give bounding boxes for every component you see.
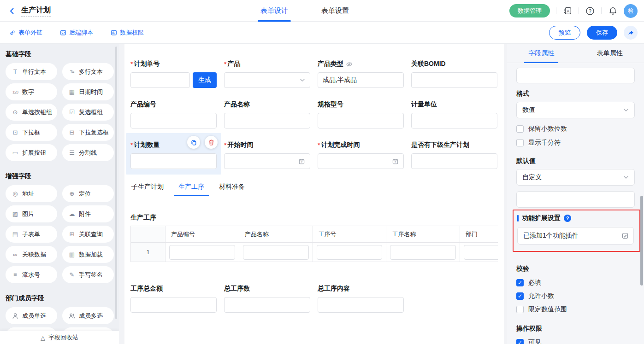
field-item-number[interactable]: 123数字 bbox=[6, 83, 57, 100]
field-unit[interactable]: 计量单位 bbox=[411, 100, 497, 128]
field-item-select[interactable]: ⊡下拉框 bbox=[6, 124, 57, 141]
extension-status-box[interactable]: 已添加1个功能插件 bbox=[517, 227, 634, 245]
cell-input-product-code[interactable] bbox=[169, 245, 235, 260]
checkbox-required[interactable]: ✓ 必填 bbox=[516, 279, 635, 287]
chevron-down-icon bbox=[623, 108, 629, 112]
tab-field-properties[interactable]: 字段属性 bbox=[507, 44, 576, 63]
field-item-datetime[interactable]: ▦日期时间 bbox=[62, 83, 114, 100]
checkbox-visible[interactable]: ✓ 可见 bbox=[516, 338, 635, 344]
start-time-input[interactable]: 7 bbox=[224, 153, 310, 169]
plan-qty-input[interactable] bbox=[130, 153, 217, 169]
help-icon[interactable]: ? bbox=[585, 6, 595, 16]
backend-script-action[interactable]: 后端脚本 bbox=[60, 29, 93, 37]
product-code-input[interactable] bbox=[130, 113, 217, 128]
field-bom-id[interactable]: 关联BOMID bbox=[411, 59, 497, 88]
field-item-member-multi[interactable]: 成员多选 bbox=[62, 307, 114, 324]
unit-input[interactable] bbox=[411, 113, 497, 128]
delete-field-button[interactable] bbox=[205, 136, 218, 149]
tab-form-properties[interactable]: 表单属性 bbox=[576, 44, 644, 63]
field-finish-time[interactable]: *计划完成时间 7 bbox=[318, 140, 404, 169]
field-item-location[interactable]: ⊕定位 bbox=[62, 185, 114, 202]
plan-no-input[interactable] bbox=[130, 72, 190, 88]
tab-production-process[interactable]: 生产工序 bbox=[177, 183, 205, 196]
field-item-signature[interactable]: ✎手写签名 bbox=[62, 266, 114, 283]
total-amount-input[interactable] bbox=[130, 297, 217, 313]
field-item-multi-select[interactable]: ⊟下拉复选框 bbox=[62, 124, 114, 141]
field-plan-qty-selected[interactable]: *计划数量 bbox=[130, 140, 217, 169]
field-item-radio-group[interactable]: ⊙单选按钮组 bbox=[6, 104, 57, 121]
total-content-input[interactable] bbox=[318, 297, 404, 313]
checkbox-limit-range[interactable]: ✓ 限定数值范围 bbox=[516, 305, 635, 314]
field-item-checkbox-group[interactable]: ☑复选框组 bbox=[62, 104, 114, 121]
recycle-bin-label: 字段回收站 bbox=[48, 333, 78, 342]
field-product-code[interactable]: 产品编号 bbox=[130, 100, 217, 128]
data-manage-button[interactable]: 数据管理 bbox=[509, 4, 550, 17]
bell-icon[interactable] bbox=[608, 6, 618, 16]
contact-book-icon[interactable]: A bbox=[562, 6, 573, 16]
save-button[interactable]: 保存 bbox=[587, 26, 617, 40]
field-item-multi-text[interactable]: T≡多行文本 bbox=[62, 63, 114, 80]
product-name-input[interactable] bbox=[224, 113, 310, 128]
field-total-amount[interactable]: 工序总金额 bbox=[130, 284, 217, 313]
format-select[interactable]: 数值 bbox=[516, 102, 635, 118]
cell-input-product-name[interactable] bbox=[243, 245, 309, 260]
back-button[interactable] bbox=[7, 6, 17, 16]
field-spec-model[interactable]: 规格型号 bbox=[318, 100, 404, 128]
checkbox-label: 限定数值范围 bbox=[528, 305, 567, 314]
field-item-image[interactable]: ▨图片 bbox=[6, 205, 57, 222]
field-product-name[interactable]: 产品名称 bbox=[224, 100, 310, 128]
field-start-time[interactable]: *开始时间 7 bbox=[224, 140, 310, 169]
checkbox-thousand-separator[interactable]: ✓ 显示千分符 bbox=[516, 139, 635, 147]
share-button[interactable] bbox=[624, 26, 638, 40]
field-has-sub-plan[interactable]: 是否有下级生产计划 bbox=[411, 140, 497, 169]
tab-material-preparation[interactable]: 材料准备 bbox=[218, 183, 246, 196]
field-total-content[interactable]: 总工序内容 bbox=[318, 284, 404, 313]
tab-sub-production-plan[interactable]: 子生产计划 bbox=[130, 183, 165, 196]
field-item-extend-button[interactable]: ▭扩展按钮 bbox=[6, 144, 57, 161]
product-select[interactable] bbox=[224, 72, 310, 88]
sidebar-scrollbar[interactable] bbox=[115, 47, 117, 319]
field-recycle-bin[interactable]: △ 字段回收站 bbox=[0, 331, 119, 344]
field-item-serial-number[interactable]: ≡流水号 bbox=[6, 266, 57, 283]
field-product[interactable]: *产品 bbox=[224, 59, 310, 88]
tab-form-design[interactable]: 表单设计 bbox=[260, 0, 288, 22]
cell-input-process-no[interactable] bbox=[317, 245, 383, 260]
field-item-linked-query[interactable]: ⊞关联查询 bbox=[62, 226, 114, 243]
generate-button[interactable]: 生成 bbox=[193, 72, 217, 88]
field-item-member-single[interactable]: 成员单选 bbox=[6, 307, 57, 324]
preview-button[interactable]: 预览 bbox=[549, 26, 580, 40]
duplicate-field-button[interactable] bbox=[187, 136, 200, 149]
edit-extension-button[interactable] bbox=[621, 232, 629, 239]
field-item-linked-data[interactable]: ∞关联数据 bbox=[6, 246, 57, 263]
has-sub-plan-input[interactable] bbox=[411, 153, 497, 169]
field-name-input[interactable] bbox=[516, 68, 635, 83]
field-item-subform[interactable]: ▤子表单 bbox=[6, 226, 57, 243]
field-product-type[interactable]: 产品类型 成品,半成品 bbox=[318, 59, 404, 88]
external-link-action[interactable]: 表单外链 bbox=[9, 29, 42, 37]
finish-time-input[interactable]: 7 bbox=[318, 153, 404, 169]
field-item-data-load[interactable]: ▥数据加载 bbox=[62, 246, 114, 263]
cell-input-department[interactable] bbox=[464, 245, 498, 260]
field-total-count[interactable]: 总工序数 bbox=[224, 284, 310, 313]
default-custom-value-input[interactable] bbox=[516, 191, 635, 208]
form-title[interactable]: 生产计划 bbox=[21, 6, 51, 17]
total-count-input[interactable] bbox=[224, 297, 310, 313]
spec-model-input[interactable] bbox=[318, 113, 404, 128]
panel-scrollbar[interactable] bbox=[640, 196, 643, 286]
selected-field-highlight[interactable]: *计划数量 bbox=[126, 133, 221, 175]
data-permission-action[interactable]: 数据权限 bbox=[111, 29, 144, 37]
user-avatar[interactable]: 检 bbox=[624, 4, 638, 18]
product-type-input[interactable]: 成品,半成品 bbox=[318, 72, 404, 88]
default-value-select[interactable]: 自定义 bbox=[516, 169, 635, 186]
field-item-attachment[interactable]: ☁附件 bbox=[62, 205, 114, 222]
bom-id-input[interactable] bbox=[411, 72, 497, 88]
tab-form-settings[interactable]: 表单设置 bbox=[321, 0, 349, 22]
question-circle-icon[interactable]: ? bbox=[564, 215, 571, 222]
field-item-address[interactable]: ◎地址 bbox=[6, 185, 57, 202]
cell-input-process-name[interactable] bbox=[390, 245, 456, 260]
field-item-single-text[interactable]: T单行文本 bbox=[6, 63, 57, 80]
field-plan-no[interactable]: *计划单号 生成 bbox=[130, 59, 217, 88]
field-item-divider[interactable]: ☰分割线 bbox=[62, 144, 114, 161]
checkbox-allow-decimal[interactable]: ✓ 允许小数 bbox=[516, 292, 635, 300]
checkbox-keep-decimal[interactable]: ✓ 保留小数位数 bbox=[516, 125, 635, 133]
